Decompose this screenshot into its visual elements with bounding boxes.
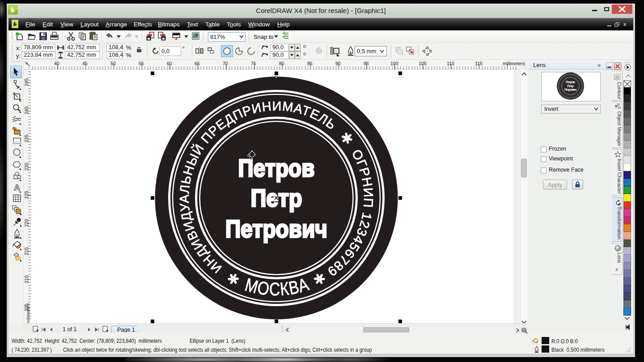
svg-text:Петрович: Петрович	[225, 215, 327, 243]
svg-text:Петрович: Петрович	[564, 88, 576, 92]
svg-text:A: A	[14, 183, 20, 192]
